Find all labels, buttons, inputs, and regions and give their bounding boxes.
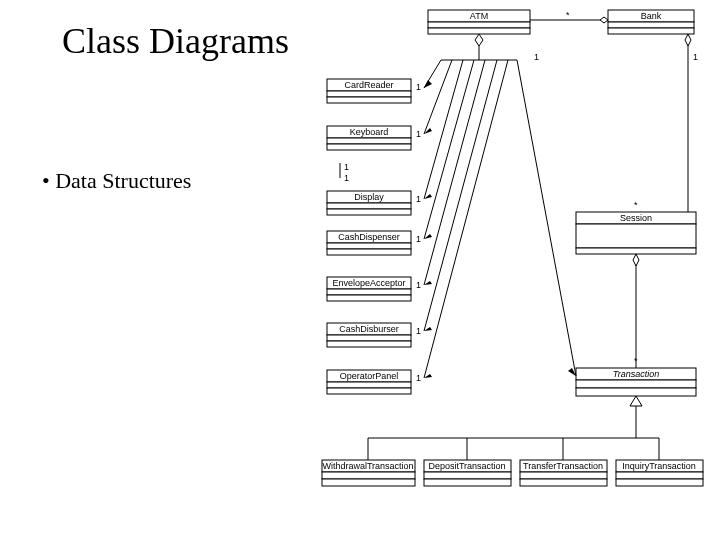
- mult-keyboard: 1: [416, 129, 421, 139]
- svg-line-58: [424, 60, 485, 285]
- svg-rect-41: [424, 479, 511, 486]
- svg-rect-10: [327, 97, 411, 103]
- bank-session-line: 1: [685, 34, 698, 212]
- class-cashdisburser: CashDisburser: [327, 323, 411, 347]
- mult-atm-one: 1: [534, 52, 539, 62]
- class-display: Display: [327, 191, 411, 215]
- label-inquiry: InquiryTransaction: [622, 461, 696, 471]
- mult-cashdisburser: 1: [416, 326, 421, 336]
- label-transfer: TransferTransaction: [523, 461, 603, 471]
- label-cashdispenser: CashDispenser: [338, 232, 400, 242]
- svg-rect-23: [327, 295, 411, 301]
- label-transaction: Transaction: [613, 369, 659, 379]
- class-deposit: DepositTransaction: [424, 460, 511, 486]
- svg-rect-35: [576, 388, 696, 396]
- mult-operatorpanel: 1: [416, 373, 421, 383]
- svg-text:1: 1: [693, 52, 698, 62]
- class-session: Session: [576, 212, 696, 254]
- svg-rect-20: [327, 249, 411, 255]
- label-session: Session: [620, 213, 652, 223]
- transaction-generalization: [368, 396, 659, 460]
- mult-session-star: *: [634, 200, 638, 210]
- svg-rect-31: [576, 224, 696, 248]
- label-cardreader: CardReader: [344, 80, 393, 90]
- label-keyboard: Keyboard: [350, 127, 389, 137]
- class-envelopeacceptor: EnvelopeAcceptor: [327, 277, 411, 301]
- class-withdrawal: WithdrawalTransaction: [322, 460, 415, 486]
- svg-rect-29: [327, 388, 411, 394]
- svg-line-52: [424, 60, 452, 134]
- svg-rect-12: [327, 138, 411, 144]
- label-withdrawal: WithdrawalTransaction: [322, 461, 413, 471]
- mult-display-top: 1: [344, 162, 349, 172]
- uml-diagram: ATM Bank * CardReader 1 Keyboard 1 Displ…: [0, 0, 720, 540]
- class-transaction: Transaction: [576, 368, 696, 396]
- svg-rect-37: [322, 472, 415, 479]
- svg-rect-47: [616, 479, 703, 486]
- session-transaction-line: [633, 254, 639, 368]
- mult-envelopeacceptor: 1: [416, 280, 421, 290]
- svg-rect-25: [327, 335, 411, 341]
- mult-cardreader: 1: [416, 82, 421, 92]
- svg-rect-40: [424, 472, 511, 479]
- label-operatorpanel: OperatorPanel: [340, 371, 399, 381]
- svg-rect-19: [327, 243, 411, 249]
- label-deposit: DepositTransaction: [428, 461, 505, 471]
- mult-cashdispenser: 1: [416, 234, 421, 244]
- svg-marker-51: [424, 80, 432, 88]
- label-display: Display: [354, 192, 384, 202]
- svg-rect-26: [327, 341, 411, 347]
- svg-rect-9: [327, 91, 411, 97]
- svg-marker-67: [685, 34, 691, 46]
- class-transfer: TransferTransaction: [520, 460, 607, 486]
- svg-rect-13: [327, 144, 411, 150]
- svg-rect-34: [576, 380, 696, 388]
- svg-line-60: [424, 60, 497, 331]
- svg-rect-28: [327, 382, 411, 388]
- atm-diamond: [475, 34, 483, 46]
- svg-rect-38: [322, 479, 415, 486]
- svg-marker-7: [600, 17, 608, 23]
- mult-atm-bank-star: *: [566, 10, 570, 20]
- svg-marker-72: [630, 396, 642, 406]
- svg-rect-44: [520, 479, 607, 486]
- atm-composition-lines: [424, 46, 576, 378]
- label-envelopeacceptor: EnvelopeAcceptor: [332, 278, 405, 288]
- class-operatorpanel: OperatorPanel: [327, 370, 411, 394]
- class-inquiry: InquiryTransaction: [616, 460, 703, 486]
- label-cashdisburser: CashDisburser: [339, 324, 399, 334]
- class-cashdispenser: CashDispenser: [327, 231, 411, 255]
- svg-rect-43: [520, 472, 607, 479]
- svg-rect-15: [327, 203, 411, 209]
- svg-rect-1: [428, 22, 530, 28]
- class-keyboard: Keyboard: [327, 126, 411, 150]
- label-bank: Bank: [641, 11, 662, 21]
- mult-display-bottom: 1: [344, 173, 349, 183]
- svg-rect-16: [327, 209, 411, 215]
- class-bank: Bank: [608, 10, 694, 34]
- svg-line-56: [424, 60, 474, 239]
- svg-rect-5: [608, 28, 694, 34]
- svg-rect-4: [608, 22, 694, 28]
- svg-line-64: [517, 60, 576, 376]
- svg-rect-46: [616, 472, 703, 479]
- class-cardreader: CardReader: [327, 79, 411, 103]
- svg-marker-70: [633, 254, 639, 266]
- svg-rect-22: [327, 289, 411, 295]
- class-atm: ATM: [428, 10, 530, 34]
- label-atm: ATM: [470, 11, 488, 21]
- svg-line-62: [424, 60, 508, 378]
- mult-display: 1: [416, 194, 421, 204]
